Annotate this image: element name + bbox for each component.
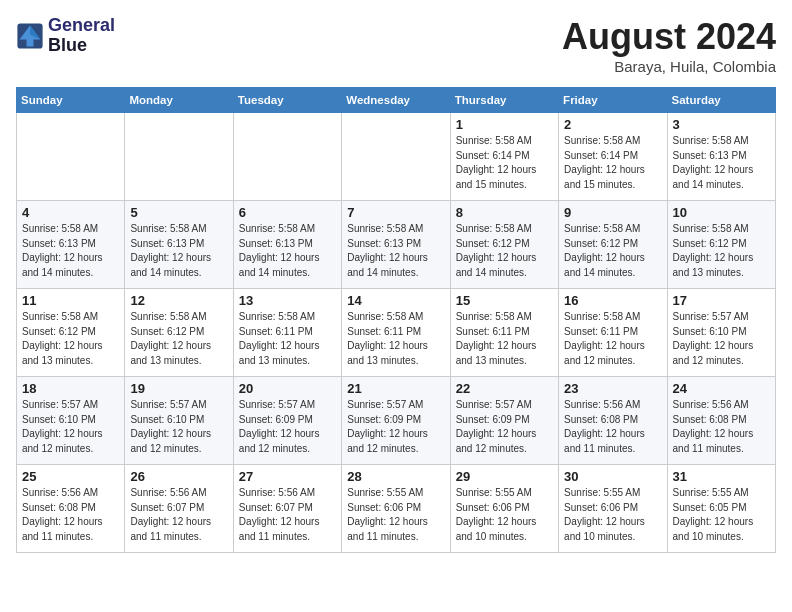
- day-number: 12: [130, 293, 227, 308]
- calendar-cell: 30Sunrise: 5:55 AM Sunset: 6:06 PM Dayli…: [559, 465, 667, 553]
- calendar-cell: 23Sunrise: 5:56 AM Sunset: 6:08 PM Dayli…: [559, 377, 667, 465]
- day-info: Sunrise: 5:58 AM Sunset: 6:12 PM Dayligh…: [22, 310, 119, 368]
- day-number: 17: [673, 293, 770, 308]
- day-info: Sunrise: 5:57 AM Sunset: 6:10 PM Dayligh…: [130, 398, 227, 456]
- day-info: Sunrise: 5:58 AM Sunset: 6:11 PM Dayligh…: [564, 310, 661, 368]
- day-info: Sunrise: 5:58 AM Sunset: 6:12 PM Dayligh…: [673, 222, 770, 280]
- day-info: Sunrise: 5:58 AM Sunset: 6:13 PM Dayligh…: [22, 222, 119, 280]
- day-number: 14: [347, 293, 444, 308]
- column-header-tuesday: Tuesday: [233, 88, 341, 113]
- logo-line2: Blue: [48, 36, 115, 56]
- logo-icon: [16, 22, 44, 50]
- day-number: 5: [130, 205, 227, 220]
- column-header-thursday: Thursday: [450, 88, 558, 113]
- calendar-cell: 18Sunrise: 5:57 AM Sunset: 6:10 PM Dayli…: [17, 377, 125, 465]
- header-row: SundayMondayTuesdayWednesdayThursdayFrid…: [17, 88, 776, 113]
- day-info: Sunrise: 5:57 AM Sunset: 6:09 PM Dayligh…: [347, 398, 444, 456]
- week-row: 4Sunrise: 5:58 AM Sunset: 6:13 PM Daylig…: [17, 201, 776, 289]
- day-info: Sunrise: 5:58 AM Sunset: 6:13 PM Dayligh…: [130, 222, 227, 280]
- day-number: 1: [456, 117, 553, 132]
- day-number: 9: [564, 205, 661, 220]
- day-number: 31: [673, 469, 770, 484]
- calendar-cell: 7Sunrise: 5:58 AM Sunset: 6:13 PM Daylig…: [342, 201, 450, 289]
- day-info: Sunrise: 5:56 AM Sunset: 6:08 PM Dayligh…: [22, 486, 119, 544]
- column-header-monday: Monday: [125, 88, 233, 113]
- logo-line1: General: [48, 16, 115, 36]
- calendar-cell: 26Sunrise: 5:56 AM Sunset: 6:07 PM Dayli…: [125, 465, 233, 553]
- day-info: Sunrise: 5:55 AM Sunset: 6:05 PM Dayligh…: [673, 486, 770, 544]
- calendar-cell: 12Sunrise: 5:58 AM Sunset: 6:12 PM Dayli…: [125, 289, 233, 377]
- day-number: 11: [22, 293, 119, 308]
- logo-text: General Blue: [48, 16, 115, 56]
- calendar-cell: [342, 113, 450, 201]
- calendar-cell: 11Sunrise: 5:58 AM Sunset: 6:12 PM Dayli…: [17, 289, 125, 377]
- calendar-cell: 1Sunrise: 5:58 AM Sunset: 6:14 PM Daylig…: [450, 113, 558, 201]
- calendar-table: SundayMondayTuesdayWednesdayThursdayFrid…: [16, 87, 776, 553]
- day-number: 10: [673, 205, 770, 220]
- day-info: Sunrise: 5:56 AM Sunset: 6:07 PM Dayligh…: [239, 486, 336, 544]
- day-number: 6: [239, 205, 336, 220]
- day-info: Sunrise: 5:57 AM Sunset: 6:10 PM Dayligh…: [22, 398, 119, 456]
- calendar-cell: 2Sunrise: 5:58 AM Sunset: 6:14 PM Daylig…: [559, 113, 667, 201]
- page-header: General Blue August 2024 Baraya, Huila, …: [16, 16, 776, 75]
- day-number: 19: [130, 381, 227, 396]
- day-number: 26: [130, 469, 227, 484]
- day-number: 29: [456, 469, 553, 484]
- day-info: Sunrise: 5:58 AM Sunset: 6:12 PM Dayligh…: [456, 222, 553, 280]
- day-number: 13: [239, 293, 336, 308]
- day-number: 2: [564, 117, 661, 132]
- day-info: Sunrise: 5:56 AM Sunset: 6:08 PM Dayligh…: [564, 398, 661, 456]
- day-number: 20: [239, 381, 336, 396]
- day-number: 8: [456, 205, 553, 220]
- week-row: 25Sunrise: 5:56 AM Sunset: 6:08 PM Dayli…: [17, 465, 776, 553]
- calendar-cell: [17, 113, 125, 201]
- column-header-sunday: Sunday: [17, 88, 125, 113]
- day-info: Sunrise: 5:56 AM Sunset: 6:08 PM Dayligh…: [673, 398, 770, 456]
- week-row: 1Sunrise: 5:58 AM Sunset: 6:14 PM Daylig…: [17, 113, 776, 201]
- calendar-cell: 3Sunrise: 5:58 AM Sunset: 6:13 PM Daylig…: [667, 113, 775, 201]
- logo: General Blue: [16, 16, 115, 56]
- calendar-cell: 22Sunrise: 5:57 AM Sunset: 6:09 PM Dayli…: [450, 377, 558, 465]
- calendar-body: 1Sunrise: 5:58 AM Sunset: 6:14 PM Daylig…: [17, 113, 776, 553]
- calendar-cell: 24Sunrise: 5:56 AM Sunset: 6:08 PM Dayli…: [667, 377, 775, 465]
- day-number: 15: [456, 293, 553, 308]
- day-info: Sunrise: 5:55 AM Sunset: 6:06 PM Dayligh…: [564, 486, 661, 544]
- day-number: 16: [564, 293, 661, 308]
- title-section: August 2024 Baraya, Huila, Colombia: [562, 16, 776, 75]
- day-info: Sunrise: 5:58 AM Sunset: 6:13 PM Dayligh…: [673, 134, 770, 192]
- calendar-cell: 15Sunrise: 5:58 AM Sunset: 6:11 PM Dayli…: [450, 289, 558, 377]
- calendar-cell: 27Sunrise: 5:56 AM Sunset: 6:07 PM Dayli…: [233, 465, 341, 553]
- day-info: Sunrise: 5:57 AM Sunset: 6:09 PM Dayligh…: [239, 398, 336, 456]
- day-number: 4: [22, 205, 119, 220]
- day-number: 25: [22, 469, 119, 484]
- calendar-cell: [233, 113, 341, 201]
- calendar-cell: 16Sunrise: 5:58 AM Sunset: 6:11 PM Dayli…: [559, 289, 667, 377]
- calendar-cell: 9Sunrise: 5:58 AM Sunset: 6:12 PM Daylig…: [559, 201, 667, 289]
- day-info: Sunrise: 5:58 AM Sunset: 6:11 PM Dayligh…: [239, 310, 336, 368]
- calendar-cell: [125, 113, 233, 201]
- calendar-cell: 4Sunrise: 5:58 AM Sunset: 6:13 PM Daylig…: [17, 201, 125, 289]
- calendar-cell: 10Sunrise: 5:58 AM Sunset: 6:12 PM Dayli…: [667, 201, 775, 289]
- calendar-cell: 20Sunrise: 5:57 AM Sunset: 6:09 PM Dayli…: [233, 377, 341, 465]
- day-number: 22: [456, 381, 553, 396]
- day-info: Sunrise: 5:58 AM Sunset: 6:14 PM Dayligh…: [564, 134, 661, 192]
- calendar-header: SundayMondayTuesdayWednesdayThursdayFrid…: [17, 88, 776, 113]
- day-number: 18: [22, 381, 119, 396]
- day-info: Sunrise: 5:55 AM Sunset: 6:06 PM Dayligh…: [347, 486, 444, 544]
- calendar-cell: 21Sunrise: 5:57 AM Sunset: 6:09 PM Dayli…: [342, 377, 450, 465]
- day-info: Sunrise: 5:55 AM Sunset: 6:06 PM Dayligh…: [456, 486, 553, 544]
- calendar-cell: 14Sunrise: 5:58 AM Sunset: 6:11 PM Dayli…: [342, 289, 450, 377]
- day-info: Sunrise: 5:57 AM Sunset: 6:09 PM Dayligh…: [456, 398, 553, 456]
- calendar-cell: 28Sunrise: 5:55 AM Sunset: 6:06 PM Dayli…: [342, 465, 450, 553]
- calendar-cell: 29Sunrise: 5:55 AM Sunset: 6:06 PM Dayli…: [450, 465, 558, 553]
- calendar-cell: 25Sunrise: 5:56 AM Sunset: 6:08 PM Dayli…: [17, 465, 125, 553]
- day-number: 7: [347, 205, 444, 220]
- column-header-saturday: Saturday: [667, 88, 775, 113]
- day-info: Sunrise: 5:58 AM Sunset: 6:14 PM Dayligh…: [456, 134, 553, 192]
- day-number: 30: [564, 469, 661, 484]
- day-info: Sunrise: 5:58 AM Sunset: 6:11 PM Dayligh…: [456, 310, 553, 368]
- day-number: 23: [564, 381, 661, 396]
- column-header-wednesday: Wednesday: [342, 88, 450, 113]
- calendar-cell: 19Sunrise: 5:57 AM Sunset: 6:10 PM Dayli…: [125, 377, 233, 465]
- calendar-cell: 13Sunrise: 5:58 AM Sunset: 6:11 PM Dayli…: [233, 289, 341, 377]
